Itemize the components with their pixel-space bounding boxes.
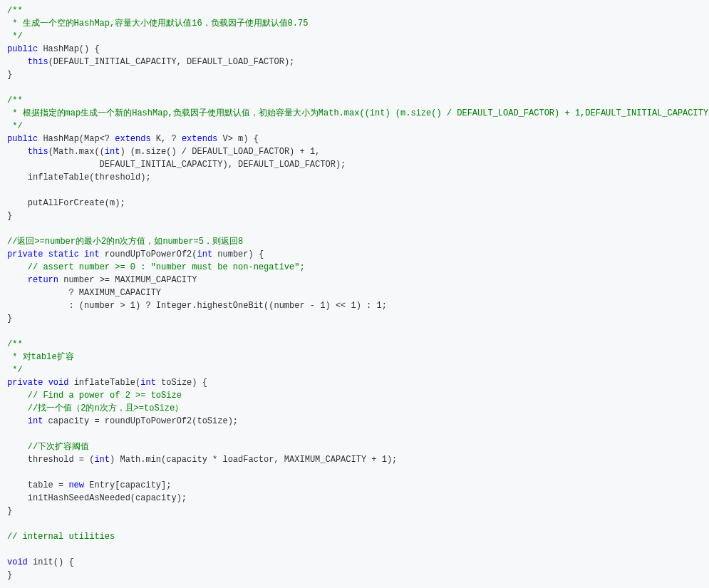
code-token: private <box>7 378 43 388</box>
code-token <box>7 147 28 157</box>
code-line: /** <box>7 94 702 107</box>
code-line: void init() { <box>7 556 702 569</box>
code-token: // assert number >= 0 : "number must be … <box>28 262 305 272</box>
code-token: ) (m.size() / DEFAULT_LOAD_FACTOR) + 1, <box>120 147 320 157</box>
code-token: int <box>28 416 43 426</box>
code-line: putAllForCreate(m); <box>7 197 702 210</box>
code-token: */ <box>7 121 23 131</box>
code-line <box>7 543 702 556</box>
code-token: (Math.max(( <box>48 147 105 157</box>
code-token <box>7 442 28 452</box>
code-token: * 生成一个空的HashMap,容量大小使用默认值16，负载因子使用默认值0.7… <box>7 19 308 29</box>
code-token: V> m) { <box>217 134 259 144</box>
code-token: int <box>94 455 110 465</box>
code-token: int <box>197 249 212 259</box>
code-line: /** <box>7 4 702 17</box>
code-line: */ <box>7 363 702 376</box>
code-line: ? MAXIMUM_CAPACITY <box>7 287 702 299</box>
code-token: * 根据指定的map生成一个新的HashMap,负载因子使用默认值，初始容量大小… <box>7 108 709 118</box>
code-line: threshold = (int) Math.min(capacity * lo… <box>7 453 702 466</box>
code-token: */ <box>7 365 23 375</box>
code-line <box>7 184 702 197</box>
code-token: table = <box>7 480 68 490</box>
code-line: return number >= MAXIMUM_CAPACITY <box>7 274 702 287</box>
code-token <box>7 416 28 426</box>
code-line: // assert number >= 0 : "number must be … <box>7 261 702 274</box>
code-token: static <box>48 249 79 259</box>
code-token <box>7 262 28 272</box>
code-line <box>7 325 702 338</box>
code-token: /** <box>7 96 23 105</box>
code-token: extends <box>182 134 217 144</box>
code-token <box>7 57 28 67</box>
code-token: roundUpToPowerOf2( <box>100 249 197 259</box>
code-token: */ <box>7 31 23 41</box>
code-line: this(Math.max((int) (m.size() / DEFAULT_… <box>7 145 702 158</box>
code-token: Entry[capacity]; <box>84 480 171 490</box>
code-line: } <box>7 312 702 325</box>
code-line: // Find a power of 2 >= toSize <box>7 389 702 402</box>
code-line: //下次扩容阈值 <box>7 440 702 453</box>
code-line <box>7 517 702 530</box>
code-line: private void inflateTable(int toSize) { <box>7 376 702 389</box>
code-token: } <box>7 70 12 80</box>
code-token: DEFAULT_INITIAL_CAPACITY), DEFAULT_LOAD_… <box>7 160 346 170</box>
code-line: } <box>7 68 702 81</box>
code-token: init() { <box>28 557 74 567</box>
code-token <box>79 249 84 259</box>
code-token: this <box>28 57 48 67</box>
code-line: public HashMap(Map<? extends K, ? extend… <box>7 133 702 145</box>
code-token: //找一个值（2的n次方，且>=toSize） <box>28 403 183 413</box>
code-token: void <box>48 378 69 388</box>
code-line <box>7 222 702 235</box>
code-line: private static int roundUpToPowerOf2(int… <box>7 248 702 261</box>
code-token: * 对table扩容 <box>7 352 74 362</box>
code-line <box>7 428 702 440</box>
code-line: table = new Entry[capacity]; <box>7 479 702 492</box>
code-token <box>43 378 48 388</box>
code-token: HashMap() { <box>38 44 99 54</box>
code-line <box>7 81 702 94</box>
code-token: void <box>7 557 28 567</box>
code-token: inflateTable( <box>68 378 140 388</box>
code-token: initHashSeedAsNeeded(capacity); <box>7 493 187 503</box>
code-line: : (number > 1) ? Integer.highestOneBit((… <box>7 299 702 312</box>
code-token: // Find a power of 2 >= toSize <box>28 391 182 401</box>
code-token: extends <box>115 134 150 144</box>
code-token <box>7 403 28 413</box>
code-token: return <box>28 275 58 285</box>
code-token: int <box>105 147 120 157</box>
code-line: * 根据指定的map生成一个新的HashMap,负载因子使用默认值，初始容量大小… <box>7 107 702 120</box>
code-line: * 对table扩容 <box>7 351 702 363</box>
code-token: } <box>7 211 12 221</box>
code-token: capacity = roundUpToPowerOf2(toSize); <box>43 416 238 426</box>
code-token: : (number > 1) ? Integer.highestOneBit((… <box>7 301 387 311</box>
code-token: toSize) { <box>156 378 207 388</box>
code-line: this(DEFAULT_INITIAL_CAPACITY, DEFAULT_L… <box>7 56 702 68</box>
code-line: */ <box>7 120 702 133</box>
code-token: (DEFAULT_INITIAL_CAPACITY, DEFAULT_LOAD_… <box>48 57 295 67</box>
code-token: //下次扩容阈值 <box>28 442 89 452</box>
code-token: public <box>7 44 38 54</box>
code-line: inflateTable(threshold); <box>7 171 702 184</box>
code-line: public HashMap() { <box>7 43 702 56</box>
code-line <box>7 466 702 479</box>
code-line: * 生成一个空的HashMap,容量大小使用默认值16，负载因子使用默认值0.7… <box>7 17 702 30</box>
code-token: new <box>68 480 84 490</box>
code-token: K, ? <box>151 134 182 144</box>
code-token: number >= MAXIMUM_CAPACITY <box>58 275 197 285</box>
code-token <box>7 391 28 401</box>
code-token: putAllForCreate(m); <box>7 198 125 208</box>
code-line: initHashSeedAsNeeded(capacity); <box>7 492 702 505</box>
code-token: number) { <box>212 249 264 259</box>
code-token: ? MAXIMUM_CAPACITY <box>7 288 161 298</box>
code-token: HashMap(Map<? <box>38 134 115 144</box>
code-token: public <box>7 134 38 144</box>
code-token: inflateTable(threshold); <box>7 172 151 182</box>
code-token: this <box>28 147 48 157</box>
code-token: } <box>7 570 12 580</box>
code-line: int capacity = roundUpToPowerOf2(toSize)… <box>7 415 702 428</box>
code-token: int <box>140 378 156 388</box>
code-token: threshold = ( <box>7 455 94 465</box>
code-token: } <box>7 314 12 324</box>
